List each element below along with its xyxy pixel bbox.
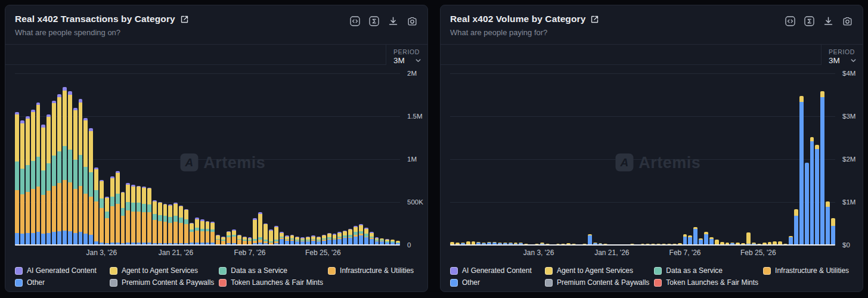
bar[interactable] (805, 163, 809, 245)
bar-series[interactable] (450, 73, 835, 245)
bar[interactable] (290, 235, 294, 245)
bar[interactable] (179, 206, 183, 245)
bar[interactable] (232, 229, 236, 245)
bar[interactable] (20, 120, 24, 245)
bar[interactable] (311, 235, 315, 245)
bar[interactable] (237, 235, 241, 245)
bar[interactable] (264, 224, 268, 245)
bar[interactable] (322, 235, 326, 245)
bar[interactable] (370, 232, 374, 245)
bar[interactable] (94, 167, 98, 245)
bar[interactable] (79, 99, 83, 245)
bar[interactable] (269, 229, 273, 245)
bar[interactable] (147, 188, 151, 245)
bar[interactable] (206, 221, 210, 245)
bar[interactable] (243, 237, 247, 245)
bar[interactable] (588, 234, 592, 245)
bar[interactable] (343, 231, 347, 245)
legend-item-infra[interactable]: Infrastructure & Utilities (328, 266, 418, 275)
bar[interactable] (306, 237, 310, 245)
bar[interactable] (26, 116, 30, 245)
bar[interactable] (52, 101, 56, 245)
bar[interactable] (41, 125, 45, 245)
bar[interactable] (799, 96, 804, 245)
bar[interactable] (195, 218, 199, 245)
legend-item-other[interactable]: Other (450, 278, 540, 287)
bar[interactable] (121, 192, 125, 245)
bar[interactable] (216, 235, 220, 245)
bar[interactable] (131, 185, 135, 245)
bar[interactable] (258, 212, 262, 245)
legend-item-data[interactable]: Data as a Service (219, 266, 323, 275)
bar[interactable] (221, 237, 225, 245)
bar[interactable] (327, 233, 331, 245)
embed-code-button[interactable] (785, 15, 796, 27)
bar[interactable] (31, 110, 35, 246)
bar[interactable] (46, 114, 51, 245)
bar[interactable] (295, 237, 299, 245)
bar[interactable] (68, 91, 72, 245)
bar[interactable] (227, 231, 231, 245)
bar[interactable] (688, 235, 692, 245)
bar[interactable] (354, 226, 358, 245)
bar[interactable] (826, 201, 830, 245)
bar[interactable] (168, 204, 172, 245)
download-button[interactable] (823, 15, 834, 27)
bar[interactable] (693, 227, 698, 245)
period-selector[interactable]: PERIOD 3M (386, 45, 427, 65)
bar[interactable] (348, 229, 352, 245)
bar[interactable] (73, 108, 78, 245)
bar[interactable] (15, 112, 19, 245)
legend-item-data[interactable]: Data as a Service (654, 266, 758, 275)
bar[interactable] (810, 137, 814, 245)
bar[interactable] (200, 219, 204, 245)
legend-item-ai[interactable]: AI Generated Content (450, 266, 540, 275)
snapshot-button[interactable] (407, 15, 418, 27)
external-link-icon[interactable] (180, 15, 189, 24)
bar[interactable] (116, 171, 120, 245)
bar[interactable] (153, 200, 157, 245)
bar[interactable] (285, 235, 289, 245)
download-button[interactable] (388, 15, 399, 27)
summary-button[interactable] (804, 15, 815, 27)
bar[interactable] (105, 197, 109, 245)
bar[interactable] (337, 232, 342, 245)
bar-series[interactable] (15, 73, 400, 245)
bar[interactable] (317, 237, 321, 245)
bar[interactable] (190, 223, 194, 245)
bar[interactable] (184, 209, 188, 245)
legend-item-premium[interactable]: Premium Content & Paywalls (110, 278, 214, 287)
bar[interactable] (57, 94, 61, 245)
bar[interactable] (820, 91, 824, 245)
bar[interactable] (253, 218, 257, 245)
bar[interactable] (746, 232, 751, 245)
summary-button[interactable] (368, 15, 380, 27)
legend-item-agent[interactable]: Agent to Agent Services (110, 266, 214, 275)
bar[interactable] (831, 218, 835, 245)
bar[interactable] (173, 203, 178, 245)
legend-item-other[interactable]: Other (15, 278, 105, 287)
legend-item-token[interactable]: Token Launches & Fair Mints (219, 278, 323, 287)
legend-item-token[interactable]: Token Launches & Fair Mints (654, 278, 758, 287)
legend-item-premium[interactable]: Premium Content & Paywalls (545, 278, 649, 287)
bar[interactable] (83, 118, 88, 245)
external-link-icon[interactable] (590, 15, 599, 24)
bar[interactable] (789, 236, 793, 245)
bar[interactable] (89, 128, 93, 245)
bar[interactable] (163, 204, 168, 245)
legend-item-infra[interactable]: Infrastructure & Utilities (763, 266, 853, 275)
period-selector[interactable]: PERIOD 3M (821, 45, 863, 65)
bar[interactable] (63, 87, 67, 245)
bar[interactable] (36, 103, 41, 245)
bar[interactable] (137, 186, 141, 245)
legend-item-ai[interactable]: AI Generated Content (15, 266, 105, 275)
bar[interactable] (100, 180, 104, 245)
bar[interactable] (683, 234, 687, 245)
bar[interactable] (274, 226, 278, 245)
bar[interactable] (142, 187, 146, 245)
bar[interactable] (815, 145, 819, 245)
legend-item-agent[interactable]: Agent to Agent Services (545, 266, 649, 275)
bar[interactable] (364, 228, 368, 245)
embed-code-button[interactable] (349, 15, 361, 27)
bar[interactable] (333, 234, 337, 245)
